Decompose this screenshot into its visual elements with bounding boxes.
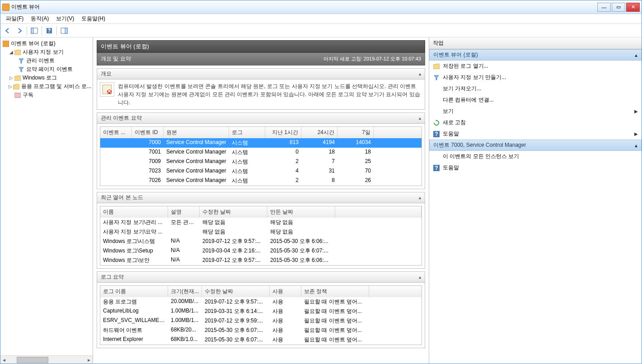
center-subtitle-bar: 개요 및 요약 마지막 새로 고침: 2019-07-12 오후 10:07:4… — [97, 53, 425, 65]
tree-hscrollbar[interactable]: ◂ ▸ — [0, 355, 93, 364]
action-view-all-instances[interactable]: 이 이벤트의 모든 인스턴스 보기 — [429, 151, 642, 162]
table-row[interactable]: 응용 프로그램20.00MB/...2019-07-12 오후 9:57:...… — [100, 297, 422, 307]
col-modified[interactable]: 수정한 날짜 — [200, 206, 267, 218]
maximize-button[interactable]: ▭ — [612, 3, 625, 12]
col-log[interactable]: 로그 — [229, 127, 265, 138]
table-header[interactable]: 로그 이름 크기(현재... 수정한 날짜 사용 보존 정책 — [100, 286, 422, 297]
table-row[interactable]: 7001Service Control Manager시스템01818 — [100, 148, 422, 157]
refresh-icon — [433, 119, 440, 126]
admin-summary-header[interactable]: 관리 이벤트 요약 ▴ — [97, 113, 425, 124]
col-size[interactable]: 크기(현재... — [168, 286, 202, 297]
back-button[interactable] — [2, 25, 13, 36]
menu-file[interactable]: 파일(F) — [2, 14, 27, 23]
tree-admin-events[interactable]: 관리 이벤트 — [1, 56, 92, 65]
close-button[interactable]: ✕ — [626, 3, 640, 12]
svg-text:✕: ✕ — [107, 88, 112, 94]
recent-table: 이름 설명 수정한 날짜 만든 날짜 사용자 지정 보기\관리 ...모든 관리… — [100, 206, 422, 266]
admin-summary-section: 관리 이벤트 요약 ▴ 이벤트 ... 이벤트 ID 원본 로그 지난 1시간 … — [97, 112, 425, 189]
action-label: 저장된 로그 열기... — [443, 62, 488, 70]
admin-summary-table: 이벤트 ... 이벤트 ID 원본 로그 지난 1시간 24시간 7일 7000… — [100, 126, 422, 186]
svg-rect-5 — [65, 28, 67, 33]
center-title: 이벤트 뷰어 (로컬) — [97, 40, 425, 53]
tree-pane[interactable]: 이벤트 뷰어 (로컬) ◢ 사용자 지정 보기 관리 이벤트 요약 페이지 이벤… — [0, 37, 93, 355]
toolbar: ? — [0, 24, 642, 37]
col-desc[interactable]: 설명 — [168, 206, 200, 218]
menu-view[interactable]: 보기(V) — [52, 14, 78, 23]
filter-icon — [18, 66, 25, 73]
collapse-icon: ▴ — [419, 71, 421, 76]
tree-custom-views[interactable]: ◢ 사용자 지정 보기 — [1, 48, 92, 56]
action-label: 도움말 — [443, 164, 459, 172]
col-created[interactable]: 만든 날짜 — [267, 206, 335, 218]
table-header[interactable]: 이벤트 ... 이벤트 ID 원본 로그 지난 1시간 24시간 7일 — [100, 127, 422, 138]
table-row[interactable]: 하드웨어 이벤트68KB/20...2015-05-30 오후 6:07:...… — [100, 326, 422, 335]
table-row[interactable]: Windows 로그\보안N/A2019-07-12 오후 9:57:...20… — [100, 256, 422, 265]
tree-windows-logs[interactable]: ▷ Windows 로그 — [1, 74, 92, 82]
overview-header[interactable]: 개요 ▴ — [97, 69, 425, 79]
col-retention[interactable]: 보존 정책 — [301, 286, 369, 297]
expand-icon[interactable]: ▷ — [9, 75, 14, 80]
col-event-type[interactable]: 이벤트 ... — [100, 127, 132, 138]
window-title: 이벤트 뷰어 — [11, 3, 596, 11]
col-event-id[interactable]: 이벤트 ID — [132, 127, 164, 138]
col-source[interactable]: 원본 — [164, 127, 229, 138]
table-row[interactable]: 7023Service Control Manager시스템43170 — [100, 167, 422, 176]
tree-summary-page-events[interactable]: 요약 페이지 이벤트 — [1, 65, 92, 74]
table-row[interactable]: 7000Service Control Manager시스템8134194140… — [100, 138, 422, 148]
col-enabled[interactable]: 사용 — [270, 286, 301, 297]
recent-section: 최근 열어 본 노드 ▴ 이름 설명 수정한 날짜 만든 날짜 사용자 지정 보… — [97, 192, 425, 269]
table-row[interactable]: Windows 로그\시스템N/A2019-07-12 오후 9:57:...2… — [100, 237, 422, 246]
action-connect-other[interactable]: 다른 컴퓨터에 연결... — [429, 94, 642, 106]
action-create-custom-view[interactable]: 사용자 지정 보기 만들기... — [429, 72, 642, 83]
submenu-arrow-icon: ▶ — [634, 109, 638, 114]
col-modified[interactable]: 수정한 날짜 — [202, 286, 270, 297]
recent-header[interactable]: 최근 열어 본 노드 ▴ — [97, 192, 425, 203]
actions-group-local[interactable]: 이벤트 뷰어 (로컬) ▴ — [429, 49, 642, 61]
col-1hour[interactable]: 지난 1시간 — [265, 127, 301, 138]
svg-text:?: ? — [47, 28, 51, 34]
log-summary-header[interactable]: 로그 요약 ▴ — [97, 272, 425, 283]
actions-group-event[interactable]: 이벤트 7000, Service Control Manager ▴ — [429, 140, 642, 151]
table-row[interactable]: Internet Explorer68KB/1.0...2015-05-30 오… — [100, 335, 422, 345]
help-button[interactable]: ? — [44, 25, 55, 36]
action-view[interactable]: 보기 ▶ — [429, 106, 642, 117]
overview-info-icon: ✕ — [100, 82, 114, 97]
action-help-2[interactable]: ? 도움말 — [429, 162, 642, 173]
table-row[interactable]: ESRV_SVC_WILLAMETTE1.00MB/1...2019-07-12… — [100, 316, 422, 326]
expand-icon[interactable]: ▷ — [9, 84, 13, 89]
menu-help[interactable]: 도움말(H) — [78, 14, 109, 23]
menu-action[interactable]: 동작(A) — [27, 14, 52, 23]
table-row[interactable]: 7026Service Control Manager시스템2826 — [100, 176, 422, 186]
action-help[interactable]: ? 도움말 ▶ — [429, 128, 642, 140]
table-row[interactable]: 7009Service Control Manager시스템2725 — [100, 157, 422, 167]
tree-subscriptions[interactable]: 구독 — [1, 91, 92, 99]
table-row[interactable]: CaptureLibLog1.00MB/1...2019-03-31 오후 6:… — [100, 307, 422, 316]
subscription-icon — [14, 92, 21, 99]
tree-summary-page-events-label: 요약 페이지 이벤트 — [26, 65, 73, 73]
actions-group-label: 이벤트 뷰어 (로컬) — [433, 51, 478, 59]
action-label: 도움말 — [443, 130, 459, 138]
tree-root[interactable]: 이벤트 뷰어 (로컬) — [1, 39, 92, 48]
action-import-view[interactable]: 보기 가져오기... — [429, 83, 642, 94]
folder-icon — [14, 49, 21, 56]
forward-button[interactable] — [14, 25, 25, 36]
app-icon — [2, 4, 9, 11]
collapse-icon: ▴ — [635, 52, 637, 58]
overview-text: 컴퓨터에서 발생한 이벤트를 보려면 콘솔 트리에서 해당 원본, 로그 또는 … — [118, 82, 422, 107]
table-row[interactable]: 사용자 지정 보기\관리 ...모든 관리...해당 없음해당 없음 — [100, 218, 422, 227]
col-7day[interactable]: 7일 — [337, 127, 374, 138]
col-24hour[interactable]: 24시간 — [301, 127, 337, 138]
minimize-button[interactable]: — — [597, 3, 611, 12]
table-header[interactable]: 이름 설명 수정한 날짜 만든 날짜 — [100, 206, 422, 218]
log-summary-header-label: 로그 요약 — [101, 273, 124, 281]
show-hide-tree-button[interactable] — [29, 25, 40, 36]
collapse-icon[interactable]: ◢ — [9, 50, 14, 55]
table-row[interactable]: 사용자 지정 보기\요약 ...해당 없음해당 없음 — [100, 227, 422, 237]
col-log-name[interactable]: 로그 이름 — [100, 286, 168, 297]
tree-app-service-logs[interactable]: ▷ 응용 프로그램 및 서비스 로... — [1, 82, 92, 91]
action-refresh[interactable]: 새로 고침 — [429, 117, 642, 128]
action-open-saved-log[interactable]: 저장된 로그 열기... — [429, 61, 642, 72]
show-hide-actions-button[interactable] — [59, 25, 70, 36]
table-row[interactable]: Windows 로그\SetupN/A2019-03-04 오후 2:16:..… — [100, 246, 422, 256]
col-name[interactable]: 이름 — [100, 206, 168, 218]
